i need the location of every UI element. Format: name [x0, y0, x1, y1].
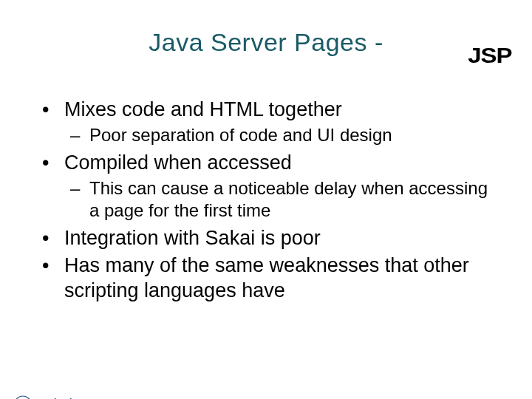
bullet-list: Mixes code and HTML together Poor separa…: [41, 98, 491, 304]
sakai-logo-text: Sakai: [35, 396, 72, 400]
sakai-icon: [13, 395, 33, 399]
bullet-item: Integration with Sakai is poor: [41, 226, 491, 251]
sub-bullet-item: Poor separation of code and UI design: [70, 124, 491, 146]
bullet-text: Compiled when accessed: [64, 151, 292, 174]
sub-bullet-list: Poor separation of code and UI design: [64, 124, 491, 146]
slide-title: Java Server Pages -: [0, 28, 532, 57]
bullet-text: Mixes code and HTML together: [64, 98, 342, 120]
bullet-text: Has many of the same weaknesses that oth…: [64, 254, 469, 301]
slide: JSP Java Server Pages - Mixes code and H…: [0, 28, 532, 399]
bullet-item: Compiled when accessed This can cause a …: [41, 151, 491, 222]
sub-bullet-text: Poor separation of code and UI design: [89, 125, 392, 145]
bullet-text: Integration with Sakai is poor: [64, 227, 321, 249]
sub-bullet-list: This can cause a noticeable delay when a…: [64, 177, 491, 222]
jsp-logo: JSP: [468, 43, 512, 68]
bullet-item: Has many of the same weaknesses that oth…: [41, 253, 491, 304]
sakai-logo: Sakai: [13, 395, 72, 399]
slide-content: Mixes code and HTML together Poor separa…: [0, 98, 532, 304]
svg-point-0: [15, 396, 31, 399]
bullet-item: Mixes code and HTML together Poor separa…: [41, 98, 491, 146]
sub-bullet-item: This can cause a noticeable delay when a…: [70, 177, 491, 222]
sub-bullet-text: This can cause a noticeable delay when a…: [89, 178, 488, 220]
